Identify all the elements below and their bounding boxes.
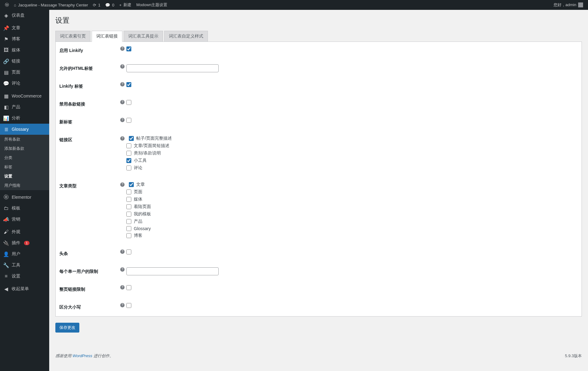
help-icon[interactable]: ? xyxy=(120,182,125,187)
product-icon: ◧ xyxy=(3,104,9,110)
menu-marketing[interactable]: 📣营销 xyxy=(0,214,49,225)
media-icon: 🖾 xyxy=(3,47,9,53)
glossary-icon: ≣ xyxy=(3,126,9,132)
menu-elementor[interactable]: ⓔElementor xyxy=(0,192,49,203)
menu-collapse[interactable]: ◀收起菜单 xyxy=(0,283,49,294)
plugin-badge: 1 xyxy=(24,241,30,245)
submenu-all-terms[interactable]: 所有条款 xyxy=(0,135,49,144)
checkbox-headline[interactable] xyxy=(126,249,131,254)
folder-icon: 🗀 xyxy=(3,205,9,211)
updates-link[interactable]: ⟳1 xyxy=(90,0,103,10)
modown-link[interactable]: Modown主题设置 xyxy=(134,0,170,10)
checkbox-pt-blog[interactable] xyxy=(126,233,131,238)
checkbox-pt-landing[interactable] xyxy=(126,204,131,209)
checkbox-pt-product[interactable] xyxy=(126,219,131,224)
help-icon[interactable]: ? xyxy=(120,46,125,51)
checkbox-zone-category[interactable] xyxy=(126,151,131,156)
submenu-categories[interactable]: 分类 xyxy=(0,153,49,162)
help-icon[interactable]: ? xyxy=(120,64,125,69)
settings-panel: 启用 Linkify ? 允许的HTML标签 ? Linkify 标签 ? 禁用… xyxy=(55,42,582,317)
checkbox-pt-media[interactable] xyxy=(126,197,131,202)
checkbox-linkify-tags[interactable] xyxy=(126,82,131,87)
tab-custom[interactable]: 词汇表自定义样式 xyxy=(164,31,208,42)
checkbox-pt-page[interactable] xyxy=(126,189,131,194)
checkbox-pt-glossary[interactable] xyxy=(126,226,131,231)
comments-link[interactable]: 💬0 xyxy=(103,0,117,10)
submenu-settings[interactable]: 设置 xyxy=(0,172,49,181)
version-text: 5.9.3版本 xyxy=(565,353,582,359)
menu-templates[interactable]: 🗀模板 xyxy=(0,203,49,214)
comment-icon: 💬 xyxy=(3,80,9,86)
checkbox-enable-linkify[interactable] xyxy=(126,46,131,51)
menu-media[interactable]: 🖾媒体 xyxy=(0,45,49,56)
plus-icon: + xyxy=(119,3,122,7)
elementor-icon: ⓔ xyxy=(3,194,9,200)
label-headline: 头条 xyxy=(56,245,117,263)
help-icon[interactable]: ? xyxy=(120,285,125,289)
menu-settings[interactable]: ≡设置 xyxy=(0,271,49,282)
update-icon: ⟳ xyxy=(93,3,96,7)
label-enable-linkify: 启用 Linkify xyxy=(56,42,117,60)
label-case-sensitive: 区分大小写 xyxy=(56,298,117,316)
menu-glossary[interactable]: ≣Glossary xyxy=(0,124,49,135)
help-icon[interactable]: ? xyxy=(120,303,125,307)
menu-links[interactable]: 🔗链接 xyxy=(0,56,49,67)
checkbox-page-link-limit[interactable] xyxy=(126,285,131,290)
checkbox-pt-template[interactable] xyxy=(126,212,131,217)
new-content-link[interactable]: +新建 xyxy=(117,0,134,10)
menu-comments[interactable]: 💬评论 xyxy=(0,78,49,89)
tab-index[interactable]: 词汇表索引页 xyxy=(55,31,90,42)
checkbox-zone-comment[interactable] xyxy=(126,166,131,170)
help-icon[interactable]: ? xyxy=(120,136,125,141)
menu-plugins[interactable]: 🔌插件1 xyxy=(0,237,49,249)
checkbox-case-sensitive[interactable] xyxy=(126,303,131,308)
help-icon[interactable]: ? xyxy=(120,82,125,86)
checkbox-zone-excerpt[interactable] xyxy=(126,143,131,148)
menu-woocommerce[interactable]: ▦WooCommerce xyxy=(0,90,49,102)
save-button[interactable]: 保存更改 xyxy=(55,323,79,333)
submenu-tags[interactable]: 标签 xyxy=(0,162,49,172)
label-post-types: 文章类型 xyxy=(56,177,117,245)
footer: 感谢使用 WordPress 进行创作。 5.9.3版本 xyxy=(55,344,582,359)
plugin-icon: 🔌 xyxy=(3,240,9,246)
adminbar: ⓦ ⌂Jacqueline - Massage Theraphy Center … xyxy=(0,0,588,10)
checkbox-new-tab[interactable] xyxy=(126,118,131,123)
menu-appearance[interactable]: 🖌外观 xyxy=(0,226,49,237)
menu-posts[interactable]: 📌文章 xyxy=(0,22,49,34)
input-user-limit[interactable] xyxy=(126,267,219,275)
menu-dashboard[interactable]: ◈仪表盘 xyxy=(0,10,49,21)
tab-links[interactable]: 词汇表链接 xyxy=(92,31,122,42)
comment-icon: 💬 xyxy=(105,3,110,7)
menu-tools[interactable]: 🔧工具 xyxy=(0,260,49,271)
checkbox-zone-widget[interactable] xyxy=(126,158,131,163)
input-allowed-html[interactable] xyxy=(126,64,219,72)
submenu-add-new[interactable]: 添加新条款 xyxy=(0,144,49,153)
avatar-icon xyxy=(578,2,583,7)
submenu-user-guide[interactable]: 用户指南 xyxy=(0,181,49,190)
checkbox-pt-post[interactable] xyxy=(129,182,134,187)
flag-icon: ⚑ xyxy=(3,36,9,42)
help-icon[interactable]: ? xyxy=(120,249,125,254)
site-name-link[interactable]: ⌂Jacqueline - Massage Theraphy Center xyxy=(11,0,90,10)
menu-analytics[interactable]: 📊分析 xyxy=(0,113,49,124)
label-linkify-tags: Linkify 标签 xyxy=(56,78,117,95)
menu-users[interactable]: 👤用户 xyxy=(0,249,49,260)
label-page-link-limit: 整页链接限制 xyxy=(56,281,117,298)
wordpress-link[interactable]: WordPress xyxy=(73,353,92,358)
account-link[interactable]: 您好，admin xyxy=(551,2,586,8)
tab-tooltip[interactable]: 词汇表工具提示 xyxy=(124,31,163,42)
pin-icon: 📌 xyxy=(3,25,9,31)
woo-icon: ▦ xyxy=(3,93,9,99)
help-icon[interactable]: ? xyxy=(120,100,125,104)
help-icon[interactable]: ? xyxy=(120,118,125,122)
menu-products[interactable]: ◧产品 xyxy=(0,102,49,113)
menu-blog[interactable]: ⚑博客 xyxy=(0,34,49,45)
checkbox-zone-full[interactable] xyxy=(129,136,134,141)
checkbox-disable-term-links[interactable] xyxy=(126,100,131,105)
wrench-icon: 🔧 xyxy=(3,262,9,268)
wp-logo[interactable]: ⓦ xyxy=(2,0,11,10)
page-title: 设置 xyxy=(55,13,582,26)
menu-pages[interactable]: ▤页面 xyxy=(0,67,49,78)
help-icon[interactable]: ? xyxy=(120,267,125,272)
label-allowed-html: 允许的HTML标签 xyxy=(56,60,117,78)
